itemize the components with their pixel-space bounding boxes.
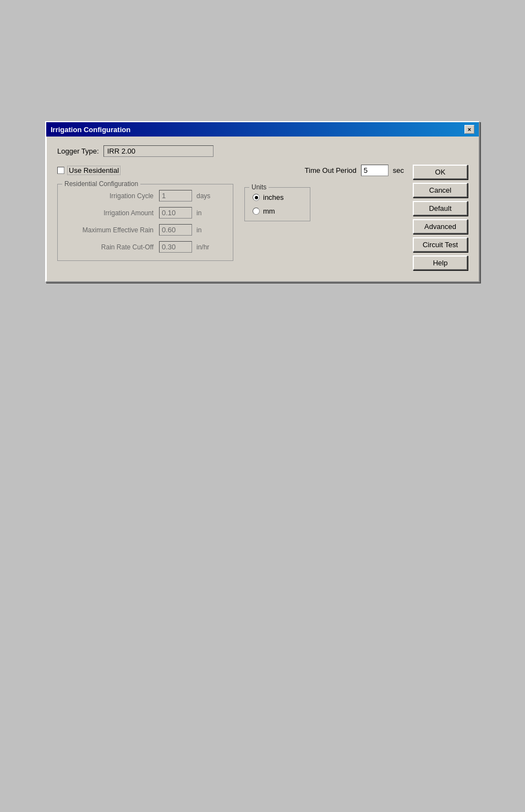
config-row-irrigation-amount: Irrigation Amount in xyxy=(65,207,225,219)
dialog-body: Logger Type: IRR 2.00 Use Residential Ti… xyxy=(46,137,479,281)
irrigation-amount-unit: in xyxy=(196,209,201,217)
rain-rate-cutoff-label: Rain Rate Cut-Off xyxy=(65,243,159,251)
max-effective-rain-unit: in xyxy=(196,226,201,234)
radio-mm[interactable] xyxy=(253,208,260,215)
timeout-label: Time Out Period xyxy=(305,166,357,175)
radio-row-inches: inches xyxy=(253,193,302,201)
default-button[interactable]: Default xyxy=(413,201,468,216)
config-row-rain-rate-cutoff: Rain Rate Cut-Off in/hr xyxy=(65,241,225,253)
dialog-title: Irrigation Configuration xyxy=(51,126,130,134)
rain-rate-cutoff-input[interactable] xyxy=(159,241,192,253)
use-residential-checkbox[interactable] xyxy=(57,167,64,174)
irrigation-cycle-input[interactable] xyxy=(159,190,192,201)
circuit-test-button[interactable]: Circuit Test xyxy=(413,237,468,252)
main-content: Use Residential Time Out Period sec Resi… xyxy=(57,165,468,270)
logger-type-row: Logger Type: IRR 2.00 xyxy=(57,145,468,157)
config-row-max-effective-rain: Maximum Effective Rain in xyxy=(65,224,225,236)
cancel-button[interactable]: Cancel xyxy=(413,183,468,198)
residential-config-legend: Residential Configuration xyxy=(62,180,140,188)
ok-button[interactable]: OK xyxy=(413,165,468,179)
irrigation-config-dialog: Irrigation Configuration × Logger Type: … xyxy=(45,121,480,282)
upper-controls-row: Use Residential Time Out Period sec xyxy=(57,165,404,176)
irrigation-amount-label: Irrigation Amount xyxy=(65,209,159,217)
max-effective-rain-input[interactable] xyxy=(159,224,192,236)
units-legend: Units xyxy=(249,183,269,191)
radio-mm-label: mm xyxy=(263,207,275,215)
units-group: Units inches mm xyxy=(244,187,310,221)
config-row-irrigation-cycle: Irrigation Cycle days xyxy=(65,190,225,201)
right-button-section: OK Cancel Default Advanced Circuit Test … xyxy=(413,165,468,270)
residential-config-group: Residential Configuration Irrigation Cyc… xyxy=(57,184,233,261)
radio-inches-label: inches xyxy=(263,193,284,201)
radio-inches[interactable] xyxy=(253,194,260,201)
help-button[interactable]: Help xyxy=(413,255,468,270)
max-effective-rain-label: Maximum Effective Rain xyxy=(65,226,159,234)
timeout-input[interactable] xyxy=(361,165,389,176)
irrigation-cycle-unit: days xyxy=(196,192,210,200)
use-residential-container: Use Residential xyxy=(57,166,121,175)
close-button[interactable]: × xyxy=(464,125,474,134)
radio-row-mm: mm xyxy=(253,207,302,215)
irrigation-amount-input[interactable] xyxy=(159,207,192,219)
title-bar: Irrigation Configuration × xyxy=(46,122,479,137)
left-controls: Use Residential Time Out Period sec Resi… xyxy=(57,165,404,270)
logger-type-label: Logger Type: xyxy=(57,147,99,155)
logger-type-value: IRR 2.00 xyxy=(103,145,214,157)
advanced-button[interactable]: Advanced xyxy=(413,219,468,234)
timeout-unit: sec xyxy=(393,166,404,175)
rain-rate-cutoff-unit: in/hr xyxy=(196,243,209,251)
irrigation-cycle-label: Irrigation Cycle xyxy=(65,192,159,200)
use-residential-label[interactable]: Use Residential xyxy=(67,166,121,175)
